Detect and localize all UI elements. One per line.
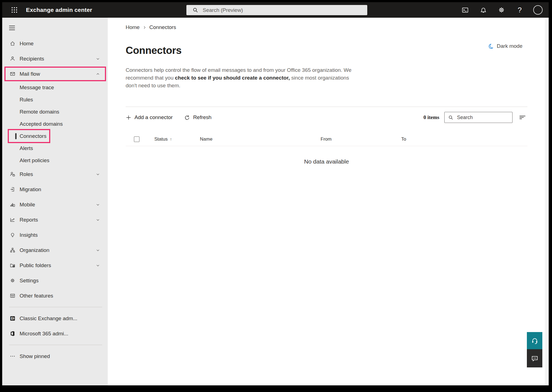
exchange-admin-center-window: Exchange admin center xyxy=(2,2,549,385)
sidebar-item-connectors[interactable]: Connectors xyxy=(2,130,108,142)
sidebar-item-mail-flow[interactable]: Mail flow xyxy=(2,66,108,81)
list-search-input[interactable] xyxy=(456,114,509,121)
empty-table-message: No data available xyxy=(126,158,527,165)
help-icon[interactable]: ? xyxy=(515,5,524,15)
document-arrow-icon xyxy=(9,186,16,192)
sidebar-divider xyxy=(9,307,102,307)
toolbar-right: 0 items xyxy=(423,112,526,123)
nav-collapse-button[interactable] xyxy=(9,24,19,32)
topbar-actions: ? xyxy=(460,5,543,15)
chart-phone-icon xyxy=(9,202,16,207)
plus-icon xyxy=(126,115,131,120)
main-content: Home Connectors Dark mode Connectors Con… xyxy=(108,18,549,385)
global-search-box[interactable] xyxy=(186,5,367,15)
account-avatar[interactable] xyxy=(533,5,543,15)
breadcrumb: Home Connectors xyxy=(126,18,549,30)
app-title: Exchange admin center xyxy=(26,7,92,13)
sidebar-divider xyxy=(9,345,102,345)
ellipsis-icon xyxy=(9,353,16,359)
selected-indicator xyxy=(15,133,17,139)
sidebar-item-rules[interactable]: Rules xyxy=(2,94,108,106)
refresh-button[interactable]: Refresh xyxy=(184,114,212,120)
mail-icon xyxy=(9,71,16,77)
breadcrumb-current: Connectors xyxy=(149,24,176,30)
sidebar-item-migration[interactable]: Migration xyxy=(2,182,108,197)
chevron-down-icon xyxy=(96,172,100,176)
sidebar-item-recipients[interactable]: Recipients xyxy=(2,51,108,66)
line-chart-icon xyxy=(9,217,16,223)
page-title: Connectors xyxy=(126,45,549,56)
breadcrumb-home-link[interactable]: Home xyxy=(126,24,140,30)
person-icon xyxy=(9,56,16,62)
dark-mode-label: Dark mode xyxy=(497,43,522,49)
org-chart-icon xyxy=(9,247,16,253)
chevron-down-icon xyxy=(96,202,100,207)
sidebar-item-classic-exchange[interactable]: E Classic Exchange adm... xyxy=(2,311,108,326)
moon-icon xyxy=(488,43,494,49)
column-header-status[interactable]: Status ↑ xyxy=(154,136,172,142)
avatar-circle xyxy=(533,5,543,15)
app-launcher-button[interactable] xyxy=(9,4,20,15)
person-briefcase-icon xyxy=(9,171,16,177)
chevron-down-icon xyxy=(96,218,100,222)
column-header-name[interactable]: Name xyxy=(200,136,212,142)
table-grid-icon xyxy=(9,293,16,299)
svg-text:E: E xyxy=(11,317,13,320)
table-header: Status ↑ Name From To xyxy=(126,132,527,146)
items-count: 0 items xyxy=(423,114,439,120)
feedback-bubble-icon xyxy=(531,355,538,362)
sidebar-item-remote-domains[interactable]: Remote domains xyxy=(2,106,108,118)
refresh-icon xyxy=(184,115,190,120)
sidebar-item-other-features[interactable]: Other features xyxy=(2,288,108,303)
lightbulb-icon xyxy=(9,232,16,238)
chevron-down-icon xyxy=(96,263,100,267)
settings-gear-icon[interactable] xyxy=(497,5,506,15)
folder-globe-icon xyxy=(9,262,16,268)
office-logo-icon xyxy=(9,331,16,336)
sort-ascending-icon: ↑ xyxy=(170,137,172,141)
sidebar-item-show-pinned[interactable]: Show pinned xyxy=(2,349,108,364)
search-icon xyxy=(192,7,198,13)
sidebar-item-home[interactable]: Home xyxy=(2,36,108,51)
notification-bell-icon[interactable] xyxy=(479,5,488,15)
sidebar-item-accepted-domains[interactable]: Accepted domains xyxy=(2,118,108,130)
terminal-icon[interactable] xyxy=(460,5,470,15)
feedback-button[interactable] xyxy=(527,349,542,367)
sidebar-item-message-trace[interactable]: Message trace xyxy=(2,81,108,94)
add-connector-button[interactable]: Add a connector xyxy=(126,114,173,120)
list-search-box[interactable] xyxy=(444,112,513,123)
support-headset-button[interactable] xyxy=(527,332,542,349)
search-icon xyxy=(448,115,453,120)
global-search-input[interactable] xyxy=(202,7,351,14)
sidebar-item-settings[interactable]: Settings xyxy=(2,273,108,288)
sidebar-item-roles[interactable]: Roles xyxy=(2,167,108,182)
sidebar-item-public-folders[interactable]: Public folders xyxy=(2,258,108,273)
chevron-right-icon xyxy=(142,25,147,30)
page-description: Connectors help control the flow of emai… xyxy=(126,66,360,90)
exchange-logo-icon: E xyxy=(9,315,16,321)
column-header-from[interactable]: From xyxy=(321,136,332,142)
filter-icon[interactable] xyxy=(519,114,526,120)
sidebar-item-alert-policies[interactable]: Alert policies xyxy=(2,154,108,167)
chevron-down-icon xyxy=(96,57,100,61)
sidebar-item-reports[interactable]: Reports xyxy=(2,212,108,227)
sidebar-item-microsoft-365-admin[interactable]: Microsoft 365 admi... xyxy=(2,326,108,341)
description-emphasis: check to see if you should create a conn… xyxy=(175,75,290,81)
home-icon xyxy=(9,41,16,46)
chevron-down-icon xyxy=(96,248,100,252)
select-all-checkbox[interactable] xyxy=(134,136,139,142)
left-navigation: Home Recipients Mail flow xyxy=(2,18,108,385)
floating-buttons xyxy=(527,332,542,367)
sidebar-item-insights[interactable]: Insights xyxy=(2,227,108,243)
topbar: Exchange admin center xyxy=(2,2,549,18)
chevron-up-icon xyxy=(96,72,100,76)
list-toolbar: Add a connector Refresh 0 items xyxy=(126,107,527,128)
sidebar-item-mobile[interactable]: Mobile xyxy=(2,197,108,212)
column-header-to[interactable]: To xyxy=(401,136,406,142)
dark-mode-toggle[interactable]: Dark mode xyxy=(488,43,522,49)
app-launcher-grid-icon xyxy=(11,7,17,13)
headset-icon xyxy=(531,337,538,344)
sidebar-item-alerts[interactable]: Alerts xyxy=(2,142,108,154)
sidebar-item-organization[interactable]: Organization xyxy=(2,243,108,258)
gear-icon xyxy=(9,278,16,283)
